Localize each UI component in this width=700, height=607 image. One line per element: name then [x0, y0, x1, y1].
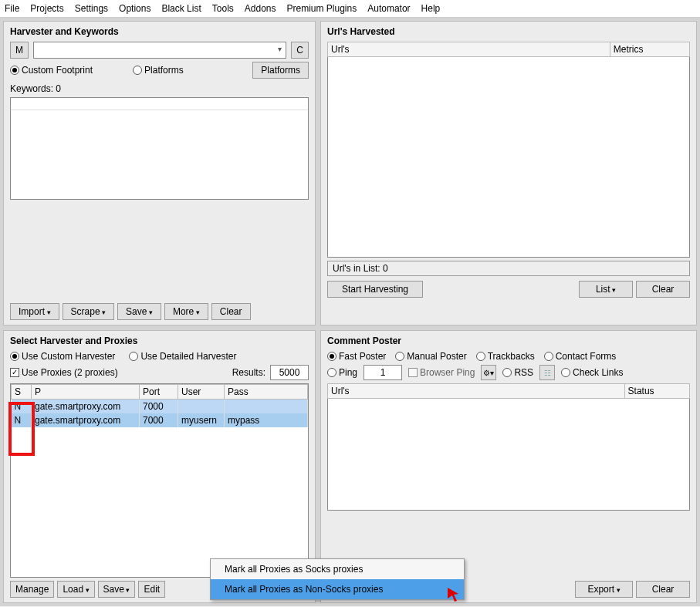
menu-black-list[interactable]: Black List — [161, 3, 201, 14]
urls-table[interactable]: Url'sMetrics — [327, 42, 690, 258]
menu-file[interactable]: File — [5, 3, 19, 14]
menu-automator[interactable]: Automator — [367, 3, 410, 14]
mark-non-socks-menuitem[interactable]: Mark all Proxies as Non-Socks proxies — [211, 579, 464, 599]
harvester-panel: Harvester and Keywords M C Custom Footpr… — [3, 21, 316, 325]
platforms-button[interactable]: Platforms — [252, 62, 309, 79]
check-links-radio[interactable]: Check Links — [561, 367, 623, 378]
menu-options[interactable]: Options — [119, 3, 150, 14]
rss-icon[interactable]: ☷ — [539, 365, 555, 380]
proxies-title: Select Harvester and Proxies — [10, 336, 309, 346]
keywords-count: Keywords: 0 — [10, 83, 309, 94]
import-button[interactable]: Import — [10, 303, 59, 320]
urls-harvested-panel: Url's Harvested Url'sMetrics Url's in Li… — [320, 21, 697, 325]
list-button[interactable]: List — [579, 281, 633, 298]
menubar: File Projects Settings Options Black Lis… — [0, 0, 700, 18]
manage-button[interactable]: Manage — [10, 581, 54, 598]
menu-help[interactable]: Help — [421, 3, 441, 14]
save-proxies-button[interactable]: Save — [98, 581, 136, 598]
urls-col-metrics[interactable]: Metrics — [610, 42, 689, 57]
urls-col-url[interactable]: Url's — [328, 42, 610, 57]
trackbacks-radio[interactable]: Trackbacks — [476, 351, 535, 362]
col-port[interactable]: Port — [140, 385, 178, 400]
proxy-table-container: S P Port User Pass N gate.smartproxy.com… — [10, 383, 309, 578]
clear-keywords-button[interactable]: Clear — [211, 303, 251, 320]
harvester-title: Harvester and Keywords — [10, 26, 309, 37]
proxy-row[interactable]: N gate.smartproxy.com 7000 — [12, 400, 308, 414]
custom-footprint-radio[interactable]: Custom Footprint — [10, 65, 93, 76]
menu-addons[interactable]: Addons — [245, 3, 276, 14]
ping-input[interactable] — [364, 365, 402, 380]
browser-ping-settings-icon[interactable]: ⚙▾ — [481, 365, 496, 380]
results-label: Results: — [232, 367, 265, 378]
clear-poster-button[interactable]: Clear — [636, 581, 690, 598]
proxy-row[interactable]: N gate.smartproxy.com 7000 myusern mypas… — [12, 413, 308, 427]
c-button[interactable]: C — [291, 42, 309, 59]
poster-urls-table[interactable]: Url'sStatus — [327, 383, 690, 511]
poster-title: Comment Poster — [327, 336, 690, 346]
footprint-select[interactable] — [33, 42, 286, 59]
menu-premium-plugins[interactable]: Premium Plugins — [287, 3, 357, 14]
proxy-context-menu: Mark all Proxies as Socks proxies Mark a… — [210, 558, 465, 600]
results-input[interactable] — [270, 365, 309, 380]
platforms-radio[interactable]: Platforms — [133, 65, 184, 76]
poster-col-url[interactable]: Url's — [328, 384, 625, 399]
col-pass[interactable]: Pass — [225, 385, 308, 400]
urls-title: Url's Harvested — [327, 26, 690, 37]
svg-marker-0 — [448, 588, 458, 602]
menu-projects[interactable]: Projects — [30, 3, 63, 14]
mark-socks-menuitem[interactable]: Mark all Proxies as Socks proxies — [211, 559, 464, 579]
contact-forms-radio[interactable]: Contact Forms — [544, 351, 617, 362]
col-p[interactable]: P — [32, 385, 140, 400]
browser-ping-checkbox[interactable]: Browser Ping — [408, 367, 475, 378]
keywords-listbox[interactable] — [10, 97, 309, 200]
export-button[interactable]: Export — [575, 581, 633, 598]
m-button[interactable]: M — [10, 42, 29, 59]
menu-settings[interactable]: Settings — [75, 3, 108, 14]
use-proxies-checkbox[interactable]: Use Proxies (2 proxies) — [10, 367, 118, 378]
menu-tools[interactable]: Tools — [212, 3, 234, 14]
fast-poster-radio[interactable]: Fast Poster — [327, 351, 386, 362]
save-keywords-button[interactable]: Save — [117, 303, 161, 320]
ping-radio[interactable]: Ping — [327, 367, 357, 378]
use-custom-harvester-radio[interactable]: Use Custom Harvester — [10, 351, 115, 362]
col-user[interactable]: User — [178, 385, 225, 400]
manual-poster-radio[interactable]: Manual Poster — [395, 351, 466, 362]
load-proxies-button[interactable]: Load — [57, 581, 94, 598]
rss-radio[interactable]: RSS — [502, 367, 533, 378]
col-s[interactable]: S — [12, 385, 32, 400]
scrape-button[interactable]: Scrape — [63, 303, 115, 320]
edit-proxies-button[interactable]: Edit — [138, 581, 165, 598]
start-harvesting-button[interactable]: Start Harvesting — [327, 281, 423, 298]
use-detailed-harvester-radio[interactable]: Use Detailed Harvester — [129, 351, 236, 362]
poster-col-status[interactable]: Status — [624, 384, 689, 399]
cursor-icon — [448, 588, 463, 603]
clear-urls-button[interactable]: Clear — [636, 281, 690, 298]
urls-in-list: Url's in List: 0 — [327, 261, 690, 276]
more-button[interactable]: More — [164, 303, 208, 320]
proxy-table[interactable]: S P Port User Pass N gate.smartproxy.com… — [11, 384, 308, 427]
